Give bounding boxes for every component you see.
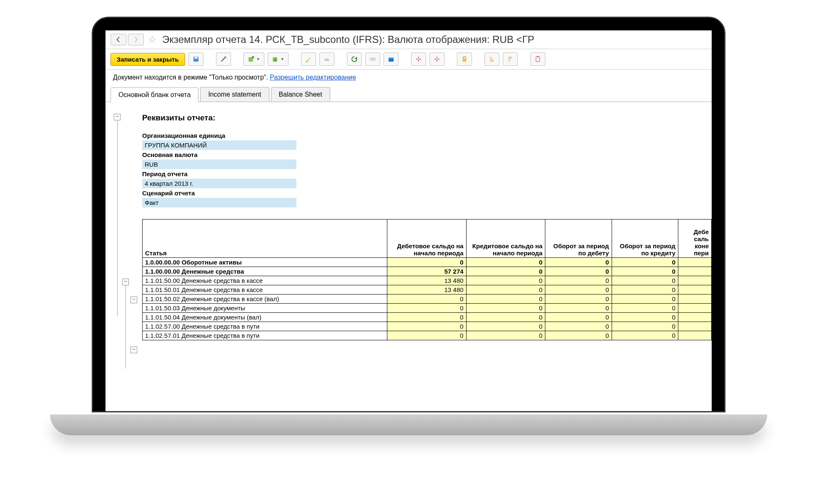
tab-main-form[interactable]: Основной бланк отчета — [110, 87, 198, 102]
svg-text:Σ: Σ — [274, 58, 276, 62]
svg-rect-8 — [324, 59, 329, 61]
tree-outline: − − − − — [113, 107, 142, 340]
tab-bar: Основной бланк отчета Income statement B… — [105, 87, 712, 102]
cell-value: 0 — [387, 258, 466, 267]
cell-value — [678, 313, 712, 322]
cell-value: 0 — [466, 285, 545, 294]
svg-point-9 — [370, 58, 373, 60]
cell-value: 0 — [612, 322, 678, 331]
status-row: Документ находится в режиме "Только прос… — [105, 70, 712, 85]
svg-rect-12 — [389, 57, 394, 59]
cell-article: 1.1.01.50.02 Денежные средства в кассе (… — [143, 294, 387, 304]
cell-value: 0 — [545, 276, 612, 285]
cell-value — [678, 258, 712, 267]
table-row[interactable]: 1.0.00.00.00 Оборотные активы0000 — [143, 258, 712, 267]
cell-value: 13 480 — [387, 285, 466, 294]
svg-point-4 — [251, 56, 254, 59]
cell-value: 0 — [612, 258, 678, 267]
attr-label: Период отчета — [142, 169, 712, 179]
collapse-columns-button[interactable] — [429, 52, 444, 66]
cell-value: 0 — [545, 267, 612, 276]
svg-point-2 — [224, 56, 226, 58]
cell-value: 0 — [466, 331, 545, 340]
mode-dropdown-2[interactable]: Σ▼ — [268, 52, 289, 66]
tree-collapse-icon[interactable]: − — [122, 279, 129, 285]
cell-value — [678, 304, 712, 313]
sort-asc-button[interactable] — [484, 52, 499, 66]
enable-edit-link[interactable]: Разрешить редактирование — [270, 74, 356, 81]
cell-value: 0 — [612, 331, 678, 340]
table-row[interactable]: 1.1.00.00.00 Денежные средства57 274000 — [143, 267, 712, 276]
attr-value: Факт — [142, 198, 296, 207]
clipboard-button[interactable] — [530, 52, 545, 66]
table-row[interactable]: 1.1.01.50.04 Денежные документы (вал)000… — [143, 313, 712, 322]
attr-label: Основная валюта — [142, 150, 712, 160]
attr-label: Организационная единица — [142, 131, 712, 140]
tree-collapse-icon[interactable]: − — [130, 297, 137, 303]
save-button[interactable] — [188, 52, 203, 66]
forward-button[interactable] — [128, 34, 144, 45]
table-row[interactable]: 1.1.01.50.02 Денежные средства в кассе (… — [143, 294, 712, 304]
tab-balance-sheet[interactable]: Balance Sheet — [271, 87, 330, 102]
table-row[interactable]: 1.1.01.50.01 Денежные средства в кассе13… — [143, 285, 712, 294]
titlebar: ☆ Экземпляр отчета 14. РСК_ТВ_subconto (… — [105, 30, 712, 49]
cell-article: 1.1.02.57.01 Денежные средства в пути — [143, 331, 387, 340]
report-table: Статья Дебетовое сальдо на начало период… — [142, 219, 712, 340]
svg-rect-14 — [536, 57, 539, 62]
table-row[interactable]: 1.1.01.50.00 Денежные средства в кассе13… — [143, 276, 712, 285]
tab-income-statement[interactable]: Income statement — [200, 87, 269, 102]
archive-button[interactable] — [384, 52, 399, 66]
page-title: Экземпляр отчета 14. РСК_ТВ_subconto (IF… — [162, 34, 534, 45]
table-row[interactable]: 1.1.02.57.01 Денежные средства в пути000… — [143, 331, 712, 340]
settings-button[interactable] — [216, 52, 231, 66]
cell-value: 0 — [612, 294, 678, 304]
back-button[interactable] — [110, 34, 126, 45]
table-row[interactable]: 1.1.02.57.00 Денежные средства в пути000… — [143, 322, 712, 331]
cell-article: 1.1.02.57.00 Денежные средства в пути — [143, 322, 387, 331]
cell-article: 1.1.01.50.03 Денежные документы — [143, 304, 387, 313]
cell-article: 1.0.00.00.00 Оборотные активы — [143, 258, 387, 267]
col-header-credit-turnover: Оборот за период по кредиту — [612, 220, 678, 258]
lock-button[interactable] — [457, 52, 472, 66]
svg-rect-13 — [462, 59, 466, 62]
cell-value: 0 — [545, 331, 612, 340]
cell-value: 0 — [545, 294, 612, 304]
sort-desc-button[interactable] — [503, 52, 518, 66]
attr-value: 4 квартал 2013 г. — [142, 179, 296, 188]
refresh-button[interactable] — [347, 52, 362, 66]
highlight-button[interactable] — [301, 52, 316, 66]
svg-point-7 — [306, 61, 307, 62]
svg-rect-15 — [537, 56, 539, 57]
save-and-close-button[interactable]: Записать и закрыть — [110, 53, 185, 66]
cell-value: 0 — [612, 267, 678, 276]
cell-article: 1.1.01.50.04 Денежные документы (вал) — [143, 313, 387, 322]
eraser-button[interactable] — [319, 52, 334, 66]
cell-value — [678, 285, 712, 294]
expand-columns-button[interactable] — [411, 52, 426, 66]
cell-value: 0 — [466, 304, 545, 313]
cell-value: 0 — [387, 331, 466, 340]
col-header-debit-turnover: Оборот за период по дебету — [545, 220, 612, 258]
attr-label: Сценарий отчета — [142, 188, 712, 198]
cell-value: 0 — [545, 313, 612, 322]
link-button[interactable] — [365, 52, 380, 66]
cell-value: 0 — [466, 267, 545, 276]
table-row[interactable]: 1.1.01.50.03 Денежные документы0000 — [143, 304, 712, 313]
tree-collapse-icon[interactable]: − — [130, 347, 137, 353]
attr-value: ГРУППА КОМПАНИЙ — [142, 140, 296, 150]
cell-value: 0 — [387, 294, 466, 304]
cell-value: 0 — [387, 313, 466, 322]
favorite-star-icon[interactable]: ☆ — [148, 34, 156, 45]
col-header-credit-start: Кредитовое сальдо на начало периода — [466, 220, 545, 258]
mode-dropdown-1[interactable]: ▼ — [243, 52, 264, 66]
cell-value: 0 — [612, 276, 678, 285]
cell-value — [678, 267, 712, 276]
cell-value — [678, 331, 712, 340]
toolbar: Записать и закрыть ▼ Σ▼ — [105, 49, 712, 70]
tree-collapse-icon[interactable]: − — [114, 114, 120, 120]
report-heading: Реквизиты отчета: — [142, 113, 712, 122]
svg-point-10 — [373, 58, 375, 60]
cell-value: 0 — [545, 304, 612, 313]
cell-value: 0 — [466, 258, 545, 267]
cell-value: 0 — [612, 313, 678, 322]
